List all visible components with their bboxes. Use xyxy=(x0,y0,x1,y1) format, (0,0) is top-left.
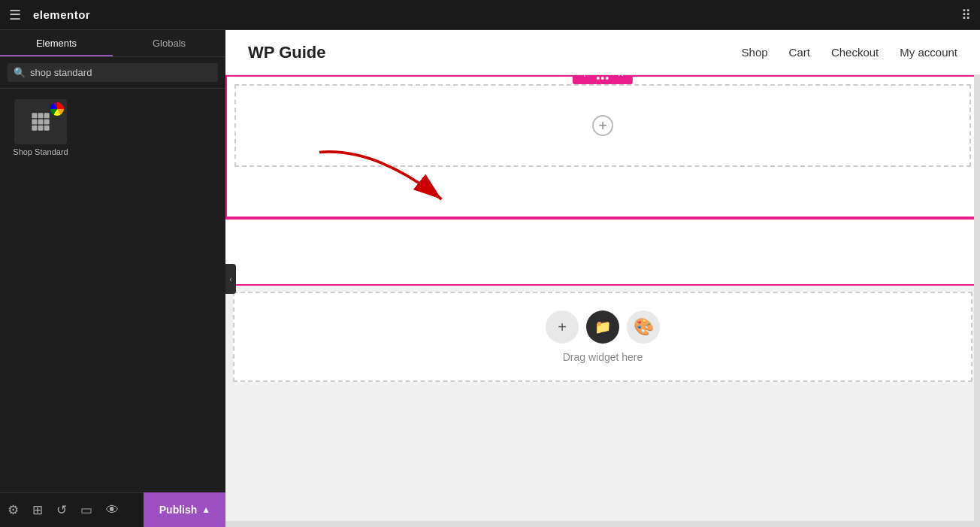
section-toolbar: + × xyxy=(573,75,633,84)
sidebar: Elements Globals 🔍 xyxy=(0,30,225,527)
top-bar: ☰ elementor ⠿ xyxy=(0,0,980,30)
widget-icon-box xyxy=(14,99,67,144)
section-spacer xyxy=(225,218,980,286)
svg-rect-8 xyxy=(44,126,50,131)
preview-nav-links: Shop Cart Checkout My account xyxy=(742,46,957,59)
elementor-logo: elementor xyxy=(33,8,90,21)
section-inner-placeholder: + xyxy=(234,84,971,167)
search-input-wrap: 🔍 xyxy=(8,63,218,82)
widget-label: Shop Standard xyxy=(13,147,68,157)
sidebar-tabs: Elements Globals xyxy=(0,30,225,57)
move-icon xyxy=(597,75,609,80)
hamburger-icon[interactable]: ☰ xyxy=(9,7,21,23)
main-area: Elements Globals 🔍 xyxy=(0,30,980,527)
svg-rect-1 xyxy=(38,113,44,118)
svg-rect-3 xyxy=(32,120,37,125)
drag-text: Drag widget here xyxy=(563,351,643,363)
section-drag-widget[interactable]: + 📁 🎨 Drag widget here xyxy=(233,292,972,382)
widgets-area: Shop Standard xyxy=(0,89,225,492)
grid-widget-icon xyxy=(30,111,51,132)
publish-button[interactable]: Publish ▲ xyxy=(144,492,226,527)
site-title: WP Guide xyxy=(248,43,326,62)
section-add-toolbar-btn[interactable]: + xyxy=(579,75,591,81)
eye-icon[interactable]: 👁 xyxy=(106,503,119,518)
search-input[interactable] xyxy=(30,67,212,78)
section-delete-toolbar-btn[interactable]: × xyxy=(615,75,627,81)
svg-rect-2 xyxy=(44,113,50,118)
drag-add-icon[interactable]: + xyxy=(546,310,579,344)
template-icon[interactable]: ▭ xyxy=(80,502,92,518)
section-selected[interactable]: + × + xyxy=(225,75,980,218)
canvas-scrollbar-v[interactable] xyxy=(974,75,980,521)
svg-rect-7 xyxy=(38,126,44,131)
canvas: WP Guide Shop Cart Checkout My account + xyxy=(225,30,980,527)
add-section-inner-btn[interactable]: + xyxy=(592,115,613,136)
widget-badge xyxy=(50,102,64,116)
nav-link-myaccount[interactable]: My account xyxy=(900,46,957,59)
search-icon: 🔍 xyxy=(14,67,26,78)
tab-elements[interactable]: Elements xyxy=(0,30,113,56)
canvas-scrollbar-h[interactable] xyxy=(225,521,980,527)
svg-rect-6 xyxy=(32,126,37,131)
tab-globals[interactable]: Globals xyxy=(113,30,225,56)
publish-chevron-icon: ▲ xyxy=(201,504,210,515)
bottom-bar: ⚙ ⊞ ↺ ▭ 👁 Publish ▲ xyxy=(0,492,225,527)
nav-link-cart[interactable]: Cart xyxy=(789,46,810,59)
preview-nav: WP Guide Shop Cart Checkout My account xyxy=(225,30,980,75)
canvas-content: + × + xyxy=(225,75,980,527)
drag-palette-icon[interactable]: 🎨 xyxy=(627,310,660,344)
drag-folder-icon[interactable]: 📁 xyxy=(586,310,619,344)
grid-icon[interactable]: ⠿ xyxy=(961,7,971,23)
collapse-toggle[interactable]: ‹ xyxy=(225,264,236,294)
drag-icons: + 📁 🎨 xyxy=(546,310,660,344)
nav-link-shop[interactable]: Shop xyxy=(742,46,768,59)
search-bar: 🔍 xyxy=(0,57,225,89)
section-move-toolbar-btn[interactable] xyxy=(594,75,612,81)
settings-icon[interactable]: ⚙ xyxy=(8,502,19,518)
svg-rect-4 xyxy=(38,120,44,125)
layers-icon[interactable]: ⊞ xyxy=(32,502,43,518)
widget-shop-standard[interactable]: Shop Standard xyxy=(11,99,71,157)
svg-rect-5 xyxy=(44,120,50,125)
sections-wrapper: + × + xyxy=(225,75,980,382)
nav-link-checkout[interactable]: Checkout xyxy=(831,46,879,59)
history-icon[interactable]: ↺ xyxy=(56,502,67,518)
svg-rect-0 xyxy=(32,113,37,118)
